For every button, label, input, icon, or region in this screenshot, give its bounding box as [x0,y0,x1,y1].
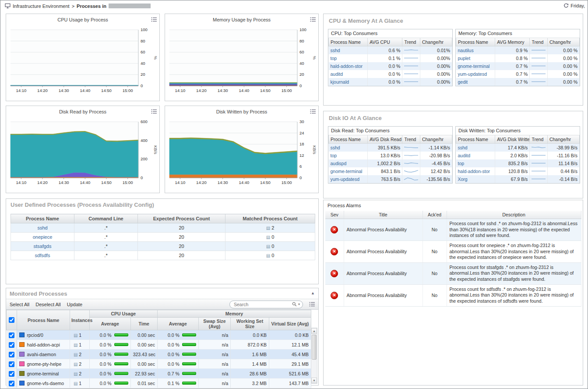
chart-options-icon[interactable] [310,17,316,22]
col-description[interactable]: Description [447,211,581,219]
process-name-link[interactable]: sshd [458,145,468,150]
table-row[interactable]: ✕Abnormal Process AvailabilityNoProcess … [325,240,581,262]
process-name-link[interactable]: hald-addon-stor [331,64,363,69]
process-name-link[interactable]: kjournald [331,79,349,85]
col-process-name[interactable]: Process Name [17,310,70,330]
col-swap-size[interactable]: Swap Size (Avg) [198,318,230,330]
col-avg-cpu[interactable]: AVG CPU [368,38,402,46]
deselect-all-button[interactable]: Deselect All [35,302,60,307]
table-row[interactable]: ✕Abnormal Process AvailabilityNoProcess … [325,219,581,241]
process-name-link[interactable]: audispd [331,161,347,166]
col-acked[interactable]: Ack'ed [423,211,447,219]
process-name-link[interactable]: yum-updatesd [331,177,360,182]
row-checkbox[interactable] [9,332,14,338]
row-checkbox[interactable] [9,352,14,357]
select-all-button[interactable]: Select All [10,302,29,307]
table-row[interactable]: sshd17.4 KB/s-38.99 B/s [456,144,580,152]
update-button[interactable]: Update [67,302,82,307]
col-process-name[interactable]: Process Name [329,135,368,144]
col-avg-memory[interactable]: AVG Memory [495,38,530,46]
process-name-link[interactable]: hald-addon-stor [458,169,490,174]
table-row[interactable]: kjournald0.0 %0.00% [329,78,452,86]
table-row[interactable]: top835.2 B/s11.14 B/s [456,159,580,167]
table-row[interactable]: hald-addon-stor0.0 %0.00% [329,62,452,70]
col-working-set-size[interactable]: Working Set Size [231,318,269,330]
table-row[interactable]: gnome-terminal843.1 B/s12.42 B/s [329,167,452,175]
process-name-link[interactable]: gedit [458,79,468,85]
table-row[interactable]: sshd391.5 KB/s-1.14 KB/s [329,144,452,152]
breadcrumb-root[interactable]: Infrastructure Environment [13,4,70,9]
col-change-hr[interactable]: Change/hr [547,135,579,144]
session-timer-icon[interactable] [563,3,569,8]
table-row[interactable]: sdfsdfs.*20▤0 [11,251,315,260]
process-name-link[interactable]: sshd [331,48,340,53]
process-name-link[interactable]: nautilus [458,48,474,53]
col-process-name[interactable]: Process Name [456,38,495,46]
scroll-down-arrow-icon[interactable]: ▼ [311,378,317,383]
col-cpu-average[interactable]: Average [89,318,130,330]
col-title[interactable]: Title [344,211,423,219]
collapse-panel-icon[interactable]: ▲ [311,291,315,295]
col-severity[interactable]: Sev [325,211,344,219]
chart-options-icon[interactable] [310,109,316,114]
scrollbar-thumb[interactable] [312,335,317,360]
col-cpu-time[interactable]: Time [130,318,157,330]
table-row[interactable]: puplet0.8 %0.00 % [456,54,580,62]
table-row[interactable]: onepiece.*20▤0 [11,233,315,242]
table-row[interactable]: gnome-terminal0.7 %0.00 % [456,62,580,70]
col-trend[interactable]: Trend [530,135,548,144]
col-trend[interactable]: Trend [402,135,420,144]
process-name-link[interactable]: top [458,161,465,166]
table-row[interactable]: top0.1 %0.00% [329,54,452,62]
process-name-link[interactable]: top [331,153,337,158]
search-dropdown-caret-icon[interactable]: ▾ [298,302,300,306]
col-change-hr[interactable]: Change/hr [420,135,452,144]
col-virtual-size[interactable]: Virtual Size (Avg) [269,318,311,330]
table-row[interactable]: ✕Abnormal Process AvailabilityNoProcess … [325,284,581,306]
table-row[interactable]: gnome-vfs-daemo▤10.0 %0.01 sec0.1 %n/a3.… [7,378,311,388]
table-row[interactable]: stsafgds.*20▤0 [11,242,315,251]
search-icon[interactable] [292,302,297,307]
table-row[interactable]: audispd1,002.2 B/s-4.45 B/s [329,159,452,167]
select-all-checkbox[interactable] [9,317,14,323]
table-row[interactable]: gnome-pty-helpe▤20.0 %0.00 sec0.0 %n/a1.… [7,359,311,369]
chart-options-icon[interactable] [151,109,157,114]
table-row[interactable]: nautilus0.9 %0.00 % [456,46,580,55]
process-name-link[interactable]: puplet [458,56,471,61]
col-memory-average[interactable]: Average [157,318,198,330]
process-name-link[interactable]: gnome-terminal [458,64,490,69]
col-change-hr[interactable]: Change/hr [547,38,579,46]
table-row[interactable]: ✕Abnormal Process AvailabilityNoProcess … [325,262,581,284]
row-checkbox[interactable] [9,381,14,386]
col-avg-disk-written[interactable]: AVG Disk Written [495,135,530,144]
chart-options-icon[interactable] [151,17,157,22]
col-command-line[interactable]: Command Line [74,214,138,223]
table-row[interactable]: rpciod/0▤10.0 %0.00 sec0.0 %n/a0.0 KB0.0… [7,330,311,340]
col-expected-count[interactable]: Expected Process Count [138,214,225,223]
table-row[interactable]: Xorg67.9 B/s-0.14 B/s [456,175,580,183]
process-name-link[interactable]: top [331,56,337,61]
process-name-link[interactable]: gnome-terminal [331,169,363,174]
table-row[interactable]: auditd0.0 %0.00% [329,70,452,78]
vertical-scrollbar[interactable]: ▲ ▼ [311,328,317,384]
process-name-link[interactable]: sdfsdfs [35,253,50,258]
table-options-icon[interactable] [309,302,315,307]
process-name-link[interactable]: auditd [331,71,343,77]
table-row[interactable]: yum-updatesd0.7 %0.00 % [456,70,580,78]
scroll-up-arrow-icon[interactable]: ▲ [311,328,317,334]
row-checkbox[interactable] [9,371,14,377]
process-name-link[interactable]: auditd [458,153,471,158]
table-row[interactable]: sshd.*20▤2 [11,223,315,233]
col-instances[interactable]: Instances [70,310,89,330]
col-process-name[interactable]: Process Name [11,214,74,223]
process-name-link[interactable]: Xorg [458,177,468,182]
table-row[interactable]: auditd2.0 KB/s-11.16 B/s [456,152,580,159]
col-process-name[interactable]: Process Name [456,135,495,144]
table-row[interactable]: avahi-daemon▤20.0 %323.43 sec0.0 %n/a1.6… [7,350,311,359]
row-checkbox[interactable] [9,361,14,367]
table-row[interactable]: yum-updatesd763.5 B/s-135.56 B/s [329,175,452,183]
table-row[interactable]: sshd0.6 %0.01% [329,46,452,55]
col-avg-disk-read[interactable]: AVG Disk Read [368,135,402,144]
process-name-link[interactable]: onepiece [33,234,53,240]
table-row[interactable]: hald-addon-stor120.8 B/s0.44 B/s [456,167,580,175]
